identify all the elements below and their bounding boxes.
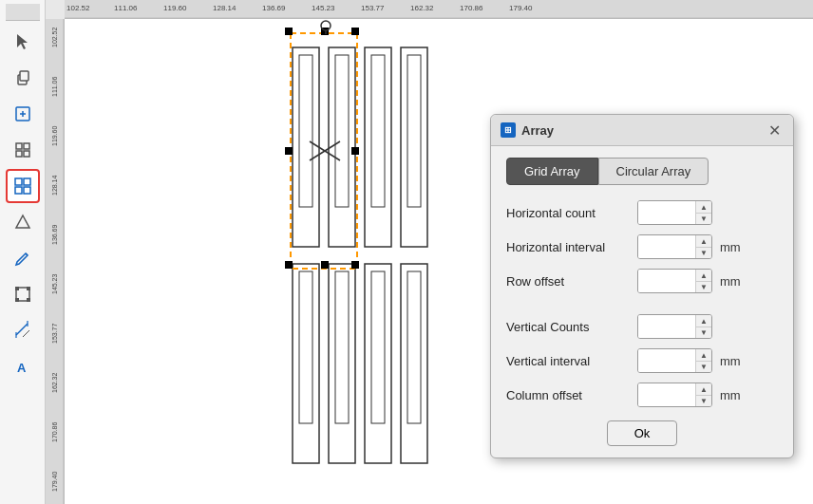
svg-text:162.32: 162.32 [51, 372, 58, 393]
horizontal-count-input[interactable]: 4 ▲ ▼ [637, 200, 712, 225]
horizontal-interval-spinners: ▲ ▼ [695, 235, 711, 258]
horizontal-interval-down[interactable]: ▼ [696, 247, 711, 258]
svg-text:111.06: 111.06 [114, 4, 138, 12]
svg-rect-61 [285, 261, 293, 269]
vertical-interval-input[interactable]: 2.00 ▲ ▼ [637, 348, 712, 373]
svg-text:111.06: 111.06 [51, 76, 58, 97]
svg-rect-50 [335, 271, 349, 423]
vertical-interval-spinners: ▲ ▼ [695, 349, 711, 372]
tab-row: Grid Array Circular Array [506, 158, 778, 185]
svg-rect-7 [15, 178, 22, 185]
vertical-counts-input[interactable]: 2 ▲ ▼ [637, 314, 712, 339]
vertical-counts-up[interactable]: ▲ [696, 315, 711, 327]
svg-text:119.60: 119.60 [163, 4, 187, 12]
horizontal-count-field[interactable]: 4 [638, 201, 695, 224]
array-tool-btn[interactable] [6, 169, 40, 203]
vertical-counts-field[interactable]: 2 [638, 315, 695, 338]
shape-tool-btn[interactable] [6, 97, 40, 131]
dialog-titlebar: ⊞ Array ✕ [491, 115, 793, 146]
svg-rect-4 [24, 143, 29, 149]
svg-text:162.32: 162.32 [410, 4, 434, 12]
svg-rect-6 [24, 151, 29, 157]
svg-text:119.60: 119.60 [51, 125, 58, 146]
horizontal-interval-input[interactable]: 2.00 ▲ ▼ [637, 234, 712, 259]
text-tool-btn[interactable]: A [6, 349, 40, 383]
row-offset-field[interactable]: 0.00 [638, 270, 695, 292]
horizontal-count-up[interactable]: ▲ [696, 201, 711, 213]
svg-text:102.52: 102.52 [66, 4, 90, 12]
vertical-interval-row: Vertical interval 2.00 ▲ ▼ mm [506, 348, 778, 373]
dialog-title: ⊞ Array [501, 122, 554, 138]
svg-text:145.23: 145.23 [51, 273, 58, 294]
column-offset-label: Column offset [506, 388, 630, 402]
select-tool-btn[interactable] [6, 25, 40, 59]
svg-rect-46 [407, 55, 421, 207]
svg-rect-44 [371, 55, 385, 207]
column-offset-spinners: ▲ ▼ [695, 383, 711, 406]
svg-rect-40 [299, 55, 312, 207]
svg-rect-12 [15, 287, 19, 290]
svg-text:170.86: 170.86 [460, 4, 483, 12]
vertical-interval-label: Vertical interval [506, 354, 630, 368]
array-dialog: ⊞ Array ✕ Grid Array Circular Array Hori… [490, 114, 794, 458]
dialog-title-text: Array [521, 123, 554, 138]
horizontal-count-down[interactable]: ▼ [696, 213, 711, 224]
column-offset-down[interactable]: ▼ [696, 395, 711, 406]
section-separator [506, 303, 778, 314]
layout-tool-btn[interactable] [6, 133, 40, 167]
vertical-interval-up[interactable]: ▲ [696, 349, 711, 361]
horizontal-count-label: Horizontal count [506, 206, 630, 220]
top-ruler: 102.52 111.06 119.60 128.14 136.69 145.2… [65, 0, 813, 19]
svg-rect-13 [27, 287, 30, 290]
left-toolbar: A [0, 0, 46, 504]
row-offset-down[interactable]: ▼ [696, 281, 711, 292]
triangle-tool-btn[interactable] [6, 205, 40, 239]
svg-text:153.77: 153.77 [51, 323, 58, 344]
row-offset-up[interactable]: ▲ [696, 270, 711, 281]
measure-tool-btn[interactable] [6, 313, 40, 347]
svg-rect-63 [351, 261, 359, 269]
column-offset-row: Column offset 0.00 ▲ ▼ mm [506, 383, 778, 407]
horizontal-interval-row: Horizontal interval 2.00 ▲ ▼ mm [506, 234, 778, 259]
svg-text:136.69: 136.69 [262, 4, 286, 12]
horizontal-interval-unit: mm [720, 240, 741, 254]
copy-tool-btn[interactable] [6, 61, 40, 95]
svg-rect-8 [24, 178, 30, 185]
svg-text:179.40: 179.40 [51, 471, 58, 492]
tab-circular-array[interactable]: Circular Array [598, 158, 709, 185]
row-offset-unit: mm [720, 274, 741, 289]
row-offset-input[interactable]: 0.00 ▲ ▼ [637, 269, 712, 293]
tab-grid-array[interactable]: Grid Array [506, 158, 598, 185]
svg-rect-59 [285, 147, 293, 155]
vertical-counts-spinners: ▲ ▼ [695, 315, 711, 338]
svg-rect-48 [299, 271, 312, 423]
svg-text:170.86: 170.86 [51, 421, 58, 442]
svg-text:145.23: 145.23 [312, 4, 335, 12]
svg-rect-10 [24, 187, 30, 194]
vertical-interval-field[interactable]: 2.00 [638, 349, 695, 372]
horizontal-count-row: Horizontal count 4 ▲ ▼ [506, 200, 778, 225]
column-offset-input[interactable]: 0.00 ▲ ▼ [637, 383, 712, 407]
svg-text:153.77: 153.77 [361, 4, 385, 12]
transform-tool-btn[interactable] [6, 277, 40, 311]
dialog-close-button[interactable]: ✕ [765, 121, 784, 140]
svg-text:128.14: 128.14 [51, 175, 58, 196]
vertical-interval-down[interactable]: ▼ [696, 361, 711, 372]
horizontal-count-spinners: ▲ ▼ [695, 201, 711, 224]
vertical-counts-label: Vertical Counts [506, 320, 630, 334]
svg-rect-1 [20, 71, 28, 81]
svg-rect-52 [371, 271, 385, 423]
column-offset-up[interactable]: ▲ [696, 383, 711, 395]
main-canvas-area: 102.52 111.06 119.60 128.14 136.69 145.2… [46, 0, 813, 504]
column-offset-unit: mm [720, 388, 741, 402]
dialog-body: Grid Array Circular Array Horizontal cou… [491, 146, 793, 457]
vertical-counts-down[interactable]: ▼ [696, 327, 711, 338]
edit-tool-btn[interactable] [6, 241, 40, 275]
svg-text:128.14: 128.14 [213, 4, 236, 12]
horizontal-interval-up[interactable]: ▲ [696, 235, 711, 247]
svg-text:136.69: 136.69 [51, 224, 58, 245]
ok-button[interactable]: Ok [607, 420, 678, 446]
column-offset-field[interactable]: 0.00 [638, 383, 695, 406]
horizontal-interval-field[interactable]: 2.00 [638, 235, 695, 258]
row-offset-label: Row offset [506, 274, 630, 289]
